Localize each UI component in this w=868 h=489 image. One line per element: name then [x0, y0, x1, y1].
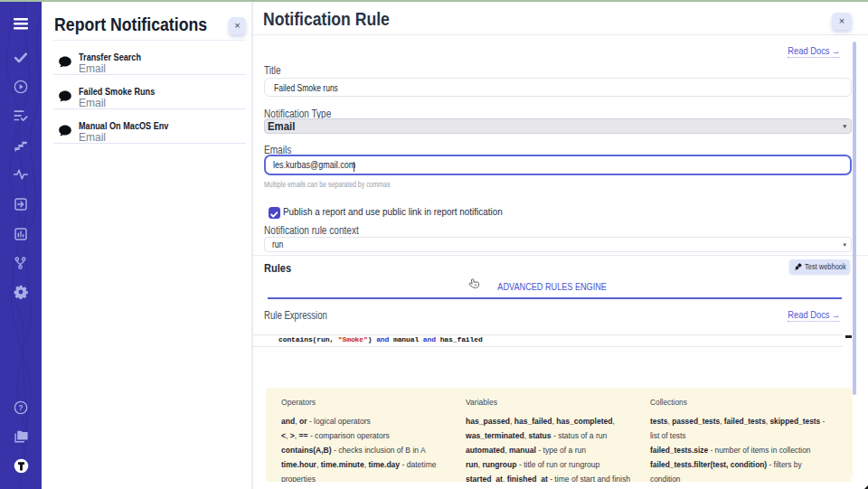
- svg-text:?: ?: [18, 403, 23, 412]
